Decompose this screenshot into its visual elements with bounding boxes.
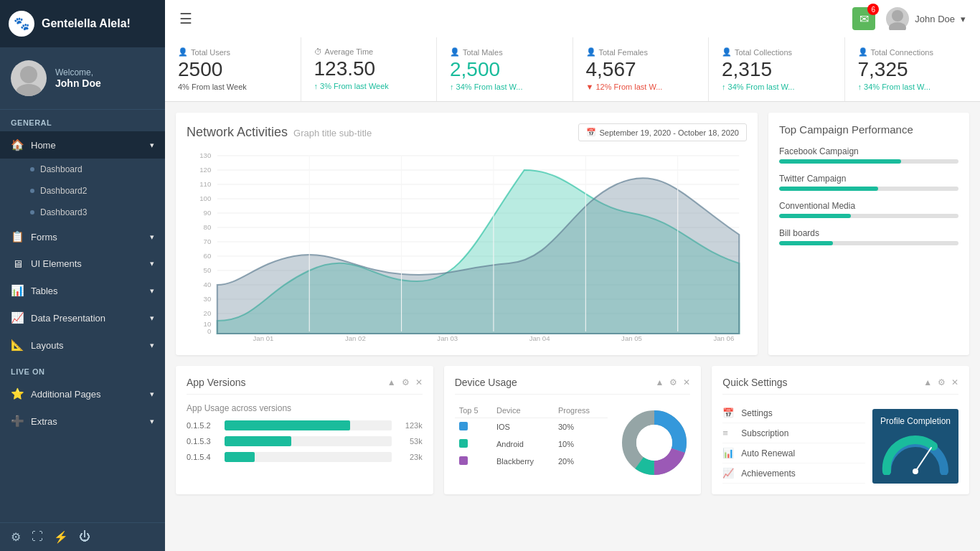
stat-value: 4,567 — [586, 58, 696, 81]
sidebar-item-home[interactable]: 🏠 Home ▾ — [0, 131, 165, 159]
svg-text:Jan 05: Jan 05 — [621, 335, 642, 342]
sidebar-item-additional-pages[interactable]: ⭐ Additional Pages ▾ — [0, 380, 165, 408]
version-bar-fill — [225, 420, 350, 430]
chevron-right-icon: ▾ — [150, 341, 154, 350]
sidebar-item-label: Forms — [31, 232, 57, 242]
chart-main-title: Network Activities — [187, 125, 288, 140]
settings-item-auto-renewal[interactable]: 📊 Auto Renewal — [722, 443, 865, 463]
card-title: Quick Settings — [722, 377, 787, 388]
card-controls: ▲ ⚙ ✕ — [655, 377, 690, 387]
live-on-section-label: LIVE ON — [0, 359, 165, 380]
stat-value: 2,500 — [450, 58, 560, 81]
sidebar-item-ui-elements[interactable]: 🖥 UI Elements ▾ — [0, 250, 165, 277]
svg-text:Jan 04: Jan 04 — [529, 335, 550, 342]
user-dropdown[interactable]: John Doe ▾ — [886, 7, 966, 30]
main-content: ☰ ✉ 6 John Doe ▾ 👤Total Users 2500 4% Fr… — [165, 0, 980, 551]
stat-change: ↑ 34% From last W... — [858, 83, 968, 91]
sidebar-item-forms[interactable]: 📋 Forms ▾ — [0, 223, 165, 250]
svg-point-2 — [892, 10, 903, 22]
close-icon[interactable]: ✕ — [683, 377, 690, 387]
sidebar-item-label: Layouts — [31, 340, 64, 351]
sidebar-item-dashboard3[interactable]: Dashboard3 — [0, 202, 165, 223]
svg-text:30: 30 — [204, 296, 212, 303]
progress-bar-fill — [779, 241, 833, 245]
card-header: Device Usage ▲ ⚙ ✕ — [455, 377, 691, 395]
sidebar-item-dashboard[interactable]: Dashboard — [0, 159, 165, 180]
network-section: Network Activities Graph title sub-title… — [176, 113, 969, 355]
date-range-text: September 19, 2020 - October 18, 2020 — [600, 128, 739, 137]
stat-change: ↑ 34% From last W... — [450, 83, 560, 91]
topbar-left: ☰ — [179, 10, 192, 27]
chevron-right-icon: ▾ — [150, 259, 154, 268]
sidebar-item-data-presentation[interactable]: 📈 Data Presentation ▾ — [0, 304, 165, 331]
device-name: Blackberry — [492, 453, 554, 470]
stat-total-users: 👤Total Users 2500 4% From last Week — [165, 37, 301, 101]
expand-icon[interactable]: ⛶ — [32, 530, 43, 544]
version-bar-fill — [225, 436, 291, 446]
network-chart-card: Network Activities Graph title sub-title… — [176, 113, 758, 355]
power-icon[interactable]: ⏻ — [79, 530, 90, 544]
svg-text:Jan 06: Jan 06 — [713, 335, 734, 342]
settings-item-settings[interactable]: 📅 Settings — [722, 403, 865, 423]
sidebar-item-layouts[interactable]: 📐 Layouts ▾ — [0, 331, 165, 359]
table-row: IOS 30% — [455, 418, 608, 436]
notification-badge: 6 — [867, 4, 879, 15]
device-color-blackberry — [459, 456, 468, 465]
version-label: 0.1.5.3 — [187, 437, 219, 446]
hamburger-menu[interactable]: ☰ — [179, 10, 192, 27]
campaign-name: Bill boards — [779, 228, 958, 238]
date-range-button[interactable]: 📅 September 19, 2020 - October 18, 2020 — [578, 123, 747, 141]
topbar: ☰ ✉ 6 John Doe ▾ — [165, 0, 980, 37]
sidebar-sub-label: Dashboard — [40, 164, 83, 174]
close-icon[interactable]: ✕ — [951, 377, 958, 387]
settings-item-achievements[interactable]: 📈 Achievements — [722, 463, 865, 484]
svg-point-47 — [913, 468, 918, 474]
settings-item-subscription[interactable]: ≡ Subscription — [722, 423, 865, 443]
female-icon: 👤 — [586, 47, 596, 57]
card-header: Quick Settings ▲ ⚙ ✕ — [722, 377, 958, 395]
chevron-up-icon[interactable]: ▲ — [655, 377, 664, 387]
version-bar-fill — [225, 452, 255, 462]
version-row: 0.1.5.2 123k — [187, 420, 423, 430]
campaign-item-billboards: Bill boards — [779, 228, 958, 245]
settings-item-label: Auto Renewal — [741, 448, 795, 458]
device-usage-card: Device Usage ▲ ⚙ ✕ Top 5 Device — [444, 366, 702, 494]
profile-completion-title: Profile Completion — [880, 416, 951, 426]
bottom-row: App Versions ▲ ⚙ ✕ App Usage across vers… — [176, 366, 969, 494]
progress-bar-bg — [779, 214, 958, 218]
device-table: Top 5 Device Progress IOS 30% — [455, 403, 608, 470]
sidebar-item-tables[interactable]: 📊 Tables ▾ — [0, 277, 165, 304]
sidebar-item-dashboard2[interactable]: Dashboard2 — [0, 180, 165, 202]
svg-point-3 — [889, 22, 906, 30]
layouts-icon: 📐 — [11, 339, 24, 352]
settings-icon[interactable]: ⚙ — [669, 377, 677, 387]
svg-text:0: 0 — [207, 328, 211, 335]
settings-icon[interactable]: ⚙ — [11, 530, 21, 544]
svg-text:110: 110 — [199, 181, 211, 188]
campaign-name: Conventional Media — [779, 201, 958, 211]
donut-chart — [618, 407, 690, 479]
progress-bar-bg — [779, 187, 958, 191]
flash-icon[interactable]: ⚡ — [54, 530, 68, 544]
app-logo: 🐾 — [9, 11, 34, 37]
stat-total-males: 👤Total Males 2,500 ↑ 34% From last W... — [437, 37, 573, 101]
network-area-chart: 130 120 110 100 90 80 70 60 50 40 30 20 … — [187, 149, 747, 342]
users-icon: 👤 — [178, 47, 188, 57]
close-icon[interactable]: ✕ — [415, 377, 423, 387]
chevron-right-icon: ▾ — [150, 417, 154, 426]
settings-icon[interactable]: ⚙ — [938, 377, 946, 387]
notification-button[interactable]: ✉ 6 — [852, 7, 875, 30]
device-color-android — [459, 439, 468, 448]
settings-icon[interactable]: ⚙ — [402, 377, 410, 387]
chevron-up-icon[interactable]: ▲ — [923, 377, 932, 387]
svg-text:120: 120 — [199, 166, 211, 174]
table-row: Android 10% — [455, 435, 608, 453]
chevron-up-icon[interactable]: ▲ — [387, 377, 396, 387]
chart-icon: 📊 — [722, 448, 735, 458]
stat-change: ↑ 34% From last W... — [722, 83, 831, 91]
sidebar-item-extras[interactable]: ➕ Extras ▾ — [0, 408, 165, 435]
chevron-down-icon: ▾ — [150, 141, 154, 150]
settings-item-label: Achievements — [741, 468, 795, 479]
connections-icon: 👤 — [858, 47, 868, 57]
svg-text:100: 100 — [199, 195, 211, 202]
